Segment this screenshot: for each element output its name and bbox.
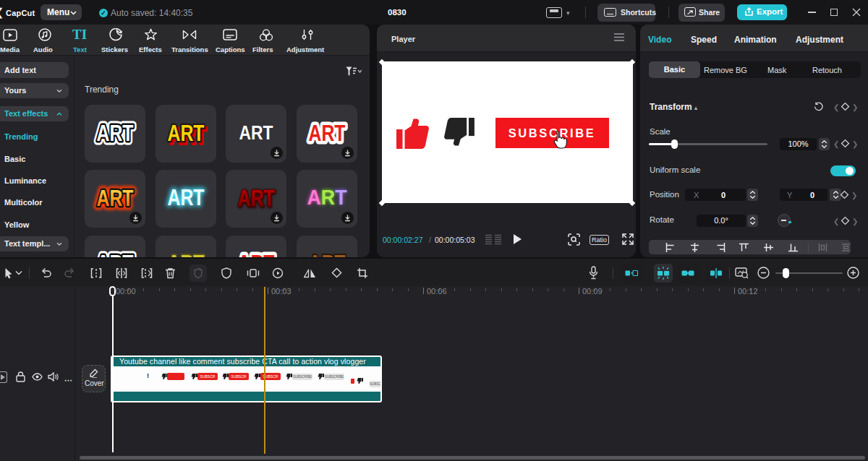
- svg-text:ART: ART: [308, 121, 345, 146]
- svg-text:ART: ART: [97, 121, 134, 146]
- svg-text:ART: ART: [167, 121, 204, 146]
- svg-text:ART: ART: [238, 251, 275, 258]
- svg-text:ART: ART: [307, 186, 346, 209]
- svg-text:ART: ART: [97, 186, 134, 211]
- svg-text:ART: ART: [167, 251, 204, 258]
- svg-text:ART: ART: [238, 186, 275, 211]
- svg-text:ART: ART: [167, 185, 204, 210]
- svg-text:ART: ART: [239, 122, 273, 144]
- svg-text:ART: ART: [308, 251, 345, 258]
- svg-text:ART: ART: [97, 251, 134, 258]
